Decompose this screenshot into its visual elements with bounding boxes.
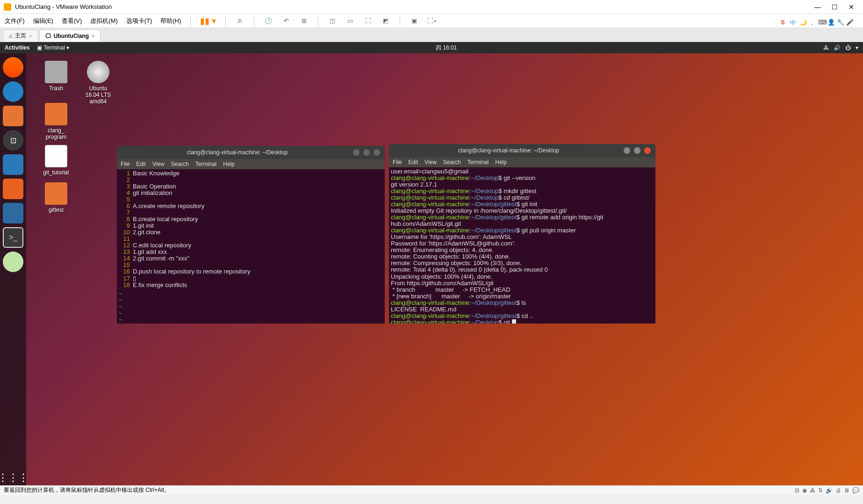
dock-software[interactable]: ⊡ bbox=[3, 130, 23, 151]
tab-vm[interactable]: 🖵 UbuntuClang × bbox=[39, 29, 101, 42]
menu-edit[interactable]: 编辑(E) bbox=[33, 17, 53, 25]
tab-vm-label: UbuntuClang bbox=[54, 33, 89, 39]
vmware-statusbar: 要返回到您的计算机，请将鼠标指针从虚拟机中移出或按 Ctrl+Alt。 ⊟ ◉ … bbox=[0, 485, 863, 495]
dock-terminal[interactable]: >_ bbox=[3, 227, 23, 248]
activities-button[interactable]: Activities bbox=[5, 44, 29, 51]
status-hint: 要返回到您的计算机，请将鼠标指针从虚拟机中移出或按 Ctrl+Alt。 bbox=[4, 486, 170, 494]
terminal-2-body[interactable]: user.email=clangwu5@gmail clang@clang-vi… bbox=[389, 167, 655, 324]
terminal-2-minimize[interactable] bbox=[624, 147, 630, 154]
term2-menu-terminal[interactable]: Terminal bbox=[467, 159, 489, 166]
maximize-button[interactable]: ☐ bbox=[830, 3, 839, 11]
minimize-button[interactable]: — bbox=[813, 3, 822, 11]
message-icon[interactable]: 💬 bbox=[852, 487, 859, 494]
desktop-clang-folder[interactable]: clang_ program bbox=[37, 103, 75, 140]
vmware-tabs: ⌂ 主页 × 🖵 UbuntuClang × bbox=[0, 28, 863, 42]
moon-icon[interactable]: 🌙 bbox=[799, 19, 807, 26]
menu-file[interactable]: 文件(F) bbox=[5, 17, 25, 25]
terminal-window-2[interactable]: clang@clang-virtual-machine: ~/Desktop F… bbox=[389, 144, 655, 324]
window-title: UbuntuClang - VMware Workstation bbox=[15, 3, 813, 10]
term1-menu-file[interactable]: File bbox=[121, 161, 129, 167]
terminal-1-titlebar[interactable]: clang@clang-virtual-machine: ~/Desktop bbox=[117, 146, 385, 159]
term2-menu-search[interactable]: Search bbox=[443, 159, 461, 166]
system-menu-icon[interactable]: ▾ bbox=[856, 44, 858, 51]
keyboard-icon[interactable]: ⌨ bbox=[818, 19, 826, 26]
network-icon[interactable]: 🖧 bbox=[823, 44, 829, 51]
tab-home-label: 主页 bbox=[15, 32, 26, 40]
desktop-git-tutorial[interactable]: git_tutorial bbox=[37, 145, 75, 176]
desktop-gittest-folder[interactable]: gittest bbox=[37, 182, 75, 213]
pause-button[interactable]: ▮▮ ▾ bbox=[200, 16, 216, 26]
ime-zh-icon[interactable]: 中 bbox=[790, 19, 798, 26]
pin-icon[interactable]: 🎤 bbox=[846, 19, 854, 26]
term1-menu-search[interactable]: Search bbox=[171, 161, 189, 167]
term2-menu-view[interactable]: View bbox=[424, 159, 437, 166]
network-adapter-icon[interactable]: 🖧 bbox=[810, 487, 815, 494]
terminal-2-titlebar[interactable]: clang@clang-virtual-machine: ~/Desktop bbox=[389, 144, 655, 157]
dock-libreoffice[interactable] bbox=[3, 154, 23, 175]
unity-icon[interactable]: ⛶ bbox=[363, 16, 373, 26]
dock-vscode[interactable] bbox=[3, 203, 23, 223]
terminal-1-maximize[interactable] bbox=[363, 149, 370, 156]
menu-help[interactable]: 帮助(H) bbox=[160, 17, 181, 25]
menu-tabs[interactable]: 选项卡(T) bbox=[126, 17, 152, 25]
dock-thunderbird[interactable] bbox=[3, 81, 23, 102]
vm-device-icons: ⊟ ◉ 🖧 ⇅ 🔊 🖨 🖥 💬 bbox=[795, 487, 859, 494]
usb-icon[interactable]: ⇅ bbox=[818, 487, 823, 494]
tool-icon[interactable]: 👤 bbox=[827, 19, 835, 26]
punctuation-icon[interactable]: ， bbox=[809, 19, 816, 26]
volume-icon[interactable]: 🔊 bbox=[834, 44, 841, 51]
terminal-1-menubar: File Edit View Search Terminal Help bbox=[117, 159, 385, 169]
terminal-1-minimize[interactable] bbox=[353, 149, 360, 156]
terminal-2-maximize[interactable] bbox=[634, 147, 640, 154]
term2-menu-edit[interactable]: Edit bbox=[408, 159, 418, 166]
revert-icon[interactable]: ↶ bbox=[281, 16, 291, 26]
terminal-indicator[interactable]: ▣ Terminal ▾ bbox=[37, 44, 69, 51]
view-single-icon[interactable]: ▭ bbox=[345, 16, 355, 26]
dock-files[interactable] bbox=[3, 106, 23, 126]
tab-home[interactable]: ⌂ 主页 × bbox=[3, 29, 38, 42]
exclusive-icon[interactable]: ◩ bbox=[381, 16, 390, 26]
term2-menu-file[interactable]: File bbox=[393, 159, 402, 166]
fullscreen-icon[interactable]: ⛶▾ bbox=[427, 16, 437, 26]
sogou-icon[interactable]: S bbox=[781, 19, 788, 26]
terminal-1-body[interactable]: 1Basic Knowledge23Basic Operation4git in… bbox=[117, 169, 385, 289]
desktop-trash[interactable]: Trash bbox=[37, 61, 75, 92]
dock-firefox[interactable] bbox=[3, 57, 23, 78]
term1-menu-help[interactable]: Help bbox=[223, 161, 235, 167]
trash-icon bbox=[45, 61, 67, 83]
send-ctrlaltdel-icon[interactable]: ⎚ bbox=[235, 16, 245, 26]
clock[interactable]: 四 16:01 bbox=[69, 44, 823, 52]
wrench-icon[interactable]: 🔧 bbox=[837, 19, 844, 26]
terminal-2-close[interactable] bbox=[644, 147, 651, 154]
close-button[interactable]: ✕ bbox=[847, 3, 856, 11]
hdd-icon[interactable]: ⊟ bbox=[795, 487, 799, 494]
desktop-iso[interactable]: Ubuntu 18.04 LTS amd64 bbox=[79, 61, 117, 105]
term2-menu-help[interactable]: Help bbox=[495, 159, 507, 166]
dock-cisco[interactable] bbox=[3, 252, 23, 272]
tab-vm-close[interactable]: × bbox=[92, 33, 94, 39]
printer-icon[interactable]: 🖨 bbox=[835, 487, 841, 494]
console-icon[interactable]: ▣ bbox=[410, 16, 419, 26]
terminal-1-close[interactable] bbox=[374, 149, 380, 156]
terminal-window-1[interactable]: clang@clang-virtual-machine: ~/Desktop F… bbox=[117, 146, 385, 324]
menu-view[interactable]: 查看(V) bbox=[62, 17, 82, 25]
vm-display[interactable]: Activities ▣ Terminal ▾ 四 16:01 🖧 🔊 ⏻ ▾ … bbox=[0, 42, 863, 495]
terminal-1-title: clang@clang-virtual-machine: ~/Desktop bbox=[122, 149, 353, 156]
sound-icon[interactable]: 🔊 bbox=[826, 487, 833, 494]
manage-snapshot-icon[interactable]: ⊞ bbox=[299, 16, 309, 26]
gnome-dock: ⊡ >_ ⋮⋮⋮ bbox=[0, 53, 26, 495]
display-icon[interactable]: 🖥 bbox=[844, 487, 849, 494]
term1-menu-view[interactable]: View bbox=[152, 161, 165, 167]
terminal-2-menubar: File Edit View Search Terminal Help bbox=[389, 157, 655, 167]
dock-ubuntu-software[interactable] bbox=[3, 179, 23, 199]
menu-vm[interactable]: 虚拟机(M) bbox=[90, 17, 118, 25]
tab-home-close[interactable]: × bbox=[29, 33, 32, 39]
cd-icon[interactable]: ◉ bbox=[802, 487, 807, 494]
power-icon[interactable]: ⏻ bbox=[845, 44, 851, 51]
folder-icon bbox=[45, 182, 67, 205]
term1-menu-edit[interactable]: Edit bbox=[136, 161, 146, 167]
snapshot-icon[interactable]: 🕐 bbox=[264, 16, 273, 26]
vm-tab-icon: 🖵 bbox=[45, 33, 51, 39]
term1-menu-terminal[interactable]: Terminal bbox=[195, 161, 216, 167]
view-tile-icon[interactable]: ◫ bbox=[328, 16, 337, 26]
